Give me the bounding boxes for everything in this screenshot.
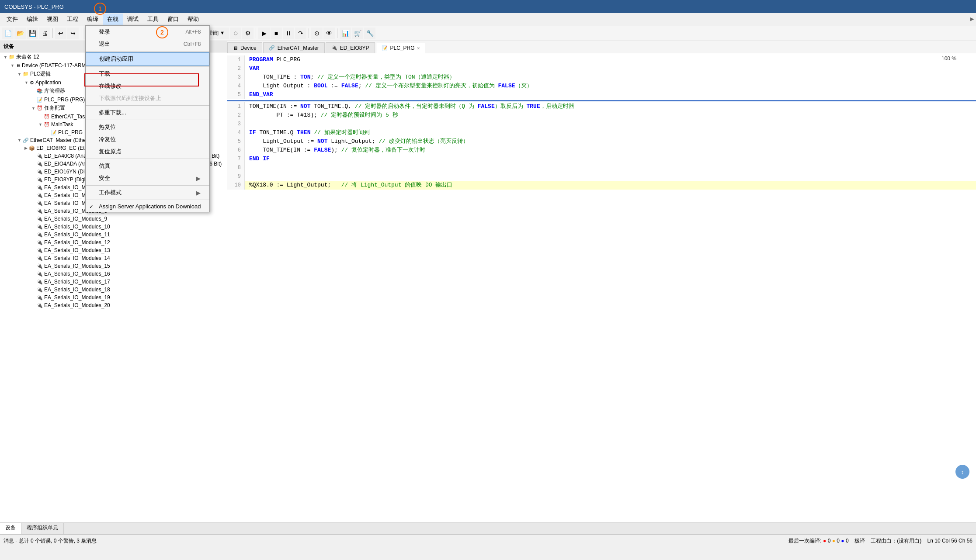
line-number-4: 4	[227, 128, 245, 137]
dropdown-separator	[86, 51, 209, 52]
dropdown-item-simulation[interactable]: 仿真	[86, 160, 209, 172]
dropdown-item-cold_reset[interactable]: 冷复位	[86, 133, 209, 145]
menu-file[interactable]: 文件	[2, 14, 22, 25]
line-content-8[interactable]	[245, 163, 249, 172]
tab-label-ethercat_master: EtherCAT_Master	[278, 45, 319, 51]
line-content-5[interactable]: Light_Output := NOT Light_Output; // 改变灯…	[245, 137, 469, 146]
line-content-6[interactable]: TON_TIME(IN := FALSE); // 复位定时器，准备下一次计时	[245, 146, 425, 155]
line-content-9[interactable]	[245, 172, 249, 181]
line-content-1[interactable]: PROGRAM PLC_PRG	[245, 55, 300, 64]
bottom-tab-1[interactable]: 程序组织单元	[21, 523, 64, 534]
tree-item-ea_serials_15[interactable]: 🔌EA_Serials_IO_Modules_15	[0, 262, 227, 270]
tree-icon-ea_serials_13: 🔌	[37, 248, 43, 253]
toolbar-stop[interactable]: ■	[271, 28, 282, 39]
tab-plc_prg[interactable]: 📝PLC_PRG×	[376, 43, 426, 53]
toolbar-more3[interactable]: 🔧	[364, 28, 375, 39]
menu-build[interactable]: 编译	[83, 14, 103, 25]
code-line-10: 10%QX18.0 := Light_Output; // 将 Light_Ou…	[227, 181, 976, 190]
menu-debug[interactable]: 调试	[123, 14, 143, 25]
tree-item-ea_serials_18[interactable]: 🔌EA_Serials_IO_Modules_18	[0, 286, 227, 294]
line-content-2[interactable]: VAR	[245, 64, 259, 73]
tab-ed_eio8yp[interactable]: 🔌ED_EIO8YP	[326, 42, 375, 53]
line-content-5[interactable]: END_VAR	[245, 90, 273, 99]
menu-online[interactable]: 在线	[103, 14, 123, 25]
toolbar-more1[interactable]: 📊	[340, 28, 351, 39]
toolbar-open[interactable]: 📂	[14, 28, 26, 39]
menu-project[interactable]: 工程	[63, 14, 83, 25]
line-content-7[interactable]: END_IF	[245, 155, 270, 163]
bottom-tab-0[interactable]: 设备	[0, 523, 21, 534]
toolbar-settings-btn[interactable]: ⚙	[242, 28, 254, 39]
dropdown-item-online_change[interactable]: 在线修改	[86, 80, 209, 92]
tree-item-ea_serials_13[interactable]: 🔌EA_Serials_IO_Modules_13	[0, 246, 227, 254]
toolbar-pause[interactable]: ⏸	[283, 28, 294, 39]
status-errors-icon: ●	[823, 538, 826, 544]
toolbar-print[interactable]: 🖨	[39, 28, 50, 39]
line-number-2: 2	[227, 64, 245, 73]
tab-label-plc_prg: PLC_PRG	[390, 45, 415, 51]
tree-label-ea_serials_16: EA_Serials_IO_Modules_16	[44, 271, 110, 277]
toolbar-run[interactable]: ▶	[258, 28, 270, 39]
line-content-3[interactable]	[245, 120, 249, 128]
tree-icon-unnamed12: 📁	[9, 54, 15, 60]
code-area[interactable]: 1PROGRAM PLC_PRG2VAR3 TON_TIME : TON; //…	[227, 53, 976, 522]
tree-item-ea_serials_17[interactable]: 🔌EA_Serials_IO_Modules_17	[0, 278, 227, 286]
tree-item-ea_serials_20[interactable]: 🔌EA_Serials_IO_Modules_20	[0, 301, 227, 309]
online-dropdown-menu: 登录Alt+F8退出Ctrl+F8创建启动应用下载在线修改下载源代码到连接设备上…	[85, 25, 210, 212]
tree-label-ea_serials_13: EA_Serials_IO_Modules_13	[44, 247, 110, 253]
tree-item-ea_serials_11[interactable]: 🔌EA_Serials_IO_Modules_11	[0, 231, 227, 239]
toolbar-watch[interactable]: 👁	[323, 28, 335, 39]
line-content-1[interactable]: TON_TIME(IN := NOT TON_TIME.Q, // 定时器的启动…	[245, 102, 574, 111]
line-content-3[interactable]: TON_TIME : TON; // 定义一个定时器变量，类型为 TON（通通定…	[245, 73, 455, 82]
dropdown-item-security[interactable]: 安全▶	[86, 172, 209, 184]
menu-window[interactable]: 窗口	[163, 14, 183, 25]
line-number-3: 3	[227, 120, 245, 128]
menu-edit[interactable]: 编辑	[22, 14, 42, 25]
code-line-9: 9	[227, 172, 976, 181]
tree-icon-device_edatec: 🖥	[16, 63, 21, 68]
code-line-7: 7END_IF	[227, 155, 976, 163]
dropdown-item-logout[interactable]: 退出Ctrl+F8	[86, 38, 209, 50]
line-content-10[interactable]: %QX18.0 := Light_Output; // 将 Light_Outp…	[245, 181, 452, 190]
line-content-4[interactable]: IF TON_TIME.Q THEN // 如果定时器时间到	[245, 128, 370, 137]
line-number-5: 5	[227, 90, 245, 99]
status-messages-count: 0	[846, 538, 849, 544]
code-line-4: 4 Light_Output : BOOL := FALSE; // 定义一个布…	[227, 82, 976, 90]
line-number-8: 8	[227, 163, 245, 172]
dropdown-item-multi_download[interactable]: 多重下载...	[86, 107, 209, 119]
line-content-4[interactable]: Light_Output : BOOL := FALSE; // 定义一个布尔型…	[245, 82, 532, 90]
toolbar-new[interactable]: 📄	[2, 28, 14, 39]
line-content-2[interactable]: PT := T#1S); // 定时器的预设时间为 5 秒	[245, 111, 398, 120]
dropdown-item-assign_server[interactable]: ✓Assign Server Applications on Download	[86, 201, 209, 212]
toolbar-more2[interactable]: 🛒	[352, 28, 363, 39]
toolbar-bp[interactable]: ⊙	[311, 28, 323, 39]
tree-arrow-task_config: ▼	[31, 106, 35, 111]
dropdown-item-create_boot[interactable]: 创建启动应用	[86, 52, 209, 66]
toolbar-undo[interactable]: ↩	[55, 28, 66, 39]
toolbar-save[interactable]: 💾	[27, 28, 38, 39]
dropdown-item-origin_reset[interactable]: 复位原点	[86, 145, 209, 158]
menu-tools[interactable]: 工具	[143, 14, 163, 25]
toolbar-redo[interactable]: ↪	[67, 28, 79, 39]
dropdown-item-work_mode[interactable]: 工作模式▶	[86, 187, 209, 199]
tree-item-ea_serials_14[interactable]: 🔌EA_Serials_IO_Modules_14	[0, 254, 227, 262]
dropdown-label-download: 下载	[99, 70, 110, 78]
menu-help[interactable]: 帮助	[183, 14, 203, 25]
tree-item-ea_serials_10[interactable]: 🔌EA_Serials_IO_Modules_10	[0, 223, 227, 231]
tree-item-ea_serials_19[interactable]: 🔌EA_Serials_IO_Modules_19	[0, 294, 227, 301]
right-panel: 🖥Device🔗EtherCAT_Master🔌ED_EIO8YP📝PLC_PR…	[227, 41, 976, 522]
tab-close-plc_prg[interactable]: ×	[417, 46, 420, 51]
tree-item-ea_serials_16[interactable]: 🔌EA_Serials_IO_Modules_16	[0, 270, 227, 278]
tree-item-ea_serials_9[interactable]: 🔌EA_Serials_IO_Modules_9	[0, 215, 227, 223]
tree-label-ea_serials_15: EA_Serials_IO_Modules_15	[44, 263, 110, 269]
tab-ethercat_master[interactable]: 🔗EtherCAT_Master	[263, 42, 325, 53]
dropdown-item-download[interactable]: 下载	[86, 68, 209, 80]
toolbar-connect[interactable]: ◌	[230, 28, 241, 39]
tree-icon-ed_eio4ada: 🔌	[37, 161, 43, 167]
dropdown-item-login[interactable]: 登录Alt+F8	[86, 26, 209, 38]
toolbar-step[interactable]: ↷	[295, 28, 306, 39]
dropdown-item-warm_reset[interactable]: 热复位	[86, 121, 209, 133]
menu-view[interactable]: 视图	[42, 14, 63, 25]
tab-device[interactable]: 🖥Device	[227, 42, 262, 53]
tree-item-ea_serials_12[interactable]: 🔌EA_Serials_IO_Modules_12	[0, 239, 227, 246]
